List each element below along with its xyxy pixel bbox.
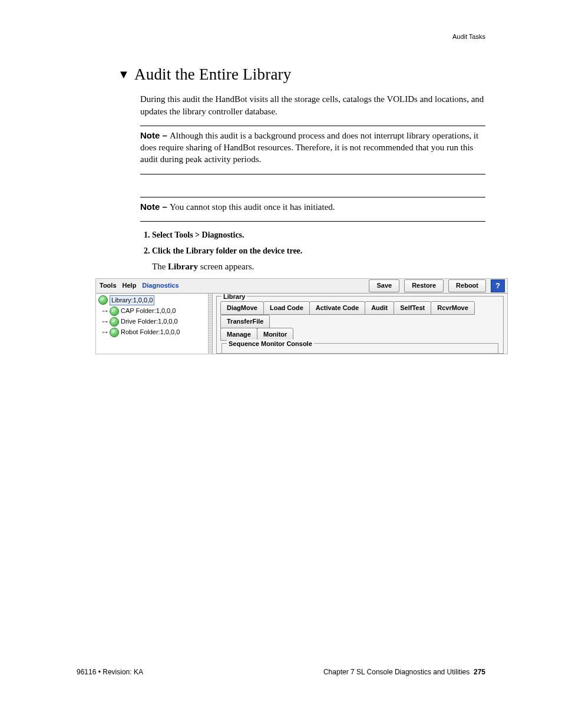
tree-label: Drive Folder:1,0,0,0 [121, 317, 178, 326]
triangle-down-icon: ▼ [118, 67, 130, 83]
main-panel: Library DiagMove Load Code Activate Code… [213, 294, 507, 354]
menu-help[interactable]: Help [123, 281, 137, 290]
step-sub: The Library screen appears. [152, 261, 485, 272]
section-title-text: Audit the Entire Library [134, 65, 291, 83]
device-tree[interactable]: Library:1,0,0,0 ⊶ CAP Folder:1,0,0,0 ⊶ D… [96, 294, 209, 354]
note-1: Note – Although this audit is a backgrou… [140, 130, 485, 166]
tab-transferfile[interactable]: TransferFile [220, 315, 270, 328]
tab-selftest[interactable]: SelfTest [394, 301, 431, 315]
tab-activatecode[interactable]: Activate Code [309, 301, 365, 315]
expand-icon[interactable]: ⊶ [102, 318, 108, 326]
tree-label: CAP Folder:1,0,0,0 [121, 307, 176, 315]
divider [140, 126, 485, 126]
panel-legend: Library [222, 294, 247, 301]
step-text: Select Tools > Diagnostics. [152, 230, 244, 239]
restore-button[interactable]: Restore [404, 279, 444, 292]
tree-item-cap[interactable]: ⊶ CAP Folder:1,0,0,0 [101, 306, 207, 317]
tree-label: Library:1,0,0,0 [110, 295, 154, 305]
step-2: Click the Library folder on the device t… [152, 246, 485, 272]
footer-right: Chapter 7 SL Console Diagnostics and Uti… [323, 668, 485, 676]
expand-icon[interactable]: ⊶ [102, 328, 108, 337]
save-button[interactable]: Save [369, 279, 399, 292]
tree-item-robot[interactable]: ⊶ Robot Folder:1,0,0,0 [101, 327, 207, 338]
page-number: 275 [474, 668, 485, 676]
divider [140, 221, 485, 222]
expand-icon[interactable]: ⊶ [102, 307, 108, 315]
tab-loadcode[interactable]: Load Code [263, 301, 310, 315]
splitter[interactable] [209, 294, 213, 354]
inner-legend: Sequence Monitor Console [227, 340, 314, 348]
tab-manage[interactable]: Manage [220, 328, 257, 341]
note-2: Note – You cannot stop this audit once i… [140, 201, 485, 213]
intro-paragraph: During this audit the HandBot visits all… [140, 93, 485, 117]
section-heading: ▼Audit the Entire Library [118, 64, 485, 85]
note-label: Note – [140, 202, 170, 212]
ok-icon [98, 295, 108, 305]
console-screenshot: Tools Help Diagnostics Save Restore Rebo… [95, 278, 508, 354]
tree-item-drive[interactable]: ⊶ Drive Folder:1,0,0,0 [101, 317, 207, 327]
header-section-label: Audit Tasks [118, 32, 485, 41]
ok-icon [110, 328, 119, 337]
divider [140, 174, 485, 174]
note-label: Note – [140, 130, 170, 140]
ok-icon [110, 317, 119, 327]
menu-diagnostics[interactable]: Diagnostics [142, 281, 178, 290]
step-1: Select Tools > Diagnostics. [152, 230, 485, 241]
note-text: Although this audit is a background proc… [140, 131, 478, 164]
tab-rcvrmove[interactable]: RcvrMove [431, 301, 475, 315]
tree-root[interactable]: Library:1,0,0,0 [97, 295, 207, 306]
step-text: Click the Library folder on the device t… [152, 246, 302, 255]
note-text: You cannot stop this audit once it has i… [170, 202, 335, 212]
help-icon[interactable]: ? [491, 279, 505, 292]
tab-diagmove[interactable]: DiagMove [220, 301, 264, 315]
footer-left: 96116 • Revision: KA [77, 668, 143, 676]
toolbar: Tools Help Diagnostics Save Restore Rebo… [95, 278, 508, 294]
ok-icon [110, 307, 119, 316]
menu-tools[interactable]: Tools [100, 281, 117, 290]
divider [140, 197, 485, 197]
reboot-button[interactable]: Reboot [448, 279, 486, 292]
tab-audit[interactable]: Audit [365, 301, 394, 315]
tab-monitor[interactable]: Monitor [257, 328, 293, 341]
tree-label: Robot Folder:1,0,0,0 [121, 328, 180, 337]
